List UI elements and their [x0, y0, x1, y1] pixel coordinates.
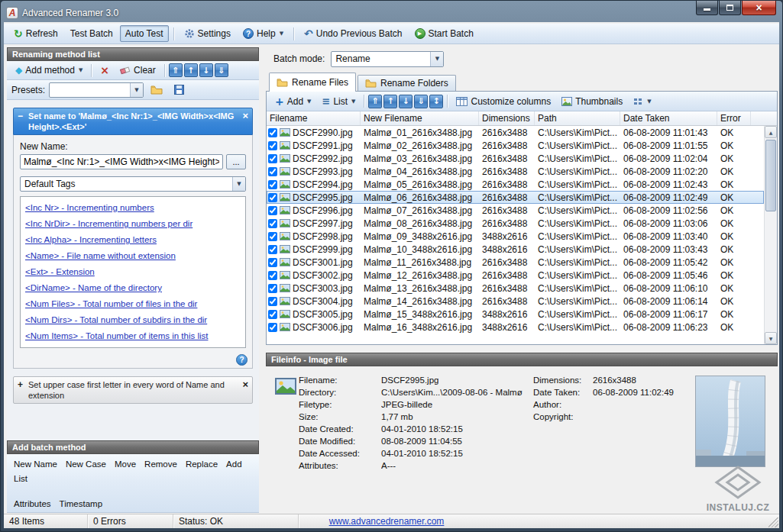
tag-link[interactable]: <Inc Alpha> - Incrementing letters [25, 232, 241, 248]
title-bar[interactable]: A Advanced Renamer 3.0 [6, 5, 691, 21]
tag-link[interactable]: <Num Files> - Total number of files in t… [25, 296, 241, 312]
row-checkbox[interactable] [268, 258, 277, 267]
row-checkbox[interactable] [268, 167, 277, 176]
save-preset-button[interactable] [170, 82, 188, 98]
website-link[interactable]: www.advancedrenamer.com [329, 516, 445, 527]
row-checkbox[interactable] [268, 193, 277, 202]
vertical-scrollbar[interactable]: ▲ ▼ [764, 126, 777, 344]
row-checkbox[interactable] [268, 180, 277, 189]
move-method-bottom-button[interactable]: ⇓ [215, 63, 228, 77]
customize-columns-button[interactable]: Customize columns [451, 93, 556, 110]
tag-link[interactable]: <Num Items> - Total number of items in t… [25, 328, 241, 344]
tag-link[interactable]: <Num Dirs> - Total number of subdirs in … [25, 312, 241, 328]
table-row[interactable]: DSCF3003.jpg Malmø_13_2616x3488.jpg 2616… [267, 282, 764, 295]
add-batch-method-button[interactable]: New Case [65, 458, 107, 470]
tab-rename-files[interactable]: Rename Files [269, 73, 356, 92]
move-method-top-button[interactable]: ⇑ [169, 63, 183, 77]
method-header[interactable]: + Set upper case first letter in every w… [13, 376, 253, 404]
row-checkbox[interactable] [268, 271, 277, 280]
tab-rename-folders[interactable]: Rename Folders [358, 75, 456, 91]
tag-link[interactable]: <Inc NrDir> - Incrementing numbers per d… [25, 216, 241, 232]
table-row[interactable]: DSCF3001.jpg Malmø_11_2616x3488.jpg 2616… [267, 256, 764, 269]
refresh-button[interactable]: ↻ Refresh [8, 25, 63, 42]
row-checkbox[interactable] [268, 219, 277, 228]
resize-grip[interactable] [768, 517, 778, 527]
tag-link[interactable]: <Inc Nr> - Incrementing numbers [25, 200, 241, 216]
remove-method-button[interactable]: × [95, 62, 115, 79]
collapse-icon[interactable]: − [18, 111, 28, 132]
scroll-down-button[interactable]: ▼ [765, 332, 777, 344]
table-row[interactable]: DSCF3004.jpg Malmø_14_2616x3488.jpg 2616… [267, 295, 764, 308]
list-button[interactable]: ≡ List ▼ [316, 93, 361, 110]
table-row[interactable]: DSCF3005.jpg Malmø_15_3488x2616.jpg 3488… [267, 308, 764, 321]
table-row[interactable]: DSCF2996.jpg Malmø_07_2616x3488.jpg 2616… [267, 204, 764, 217]
row-checkbox[interactable] [268, 154, 277, 163]
thumbnails-button[interactable]: Thumbnails [556, 93, 628, 110]
row-checkbox[interactable] [268, 128, 277, 137]
table-row[interactable]: DSCF2993.jpg Malmø_04_2616x3488.jpg 2616… [267, 165, 764, 178]
scrollbar-thumb[interactable] [765, 140, 776, 211]
tag-category-dropdown[interactable]: Default Tags ▼ [20, 176, 246, 192]
method-header[interactable]: − Set name to 'Malmø_<Inc Nr:1>_<IMG Wid… [13, 108, 253, 135]
column-header-date-taken[interactable]: Date Taken [620, 111, 717, 125]
tag-link[interactable]: <Name> - File name without extension [25, 248, 241, 264]
table-row[interactable]: DSCF2991.jpg Malmø_02_2616x3488.jpg 2616… [267, 139, 764, 152]
move-method-down-button[interactable]: ↓ [199, 63, 213, 77]
browse-button[interactable]: ... [226, 154, 246, 169]
row-checkbox[interactable] [268, 310, 277, 319]
undo-previous-batch-button[interactable]: ↶ Undo Previous Batch [299, 25, 407, 42]
clear-methods-button[interactable]: Clear [115, 62, 161, 79]
close-method-icon[interactable]: × [238, 111, 248, 132]
expand-icon[interactable]: + [18, 379, 28, 401]
table-row[interactable]: DSCF2990.jpg Malmø_01_2616x3488.jpg 2616… [267, 126, 764, 139]
move-file-down-button[interactable]: ↓ [399, 95, 413, 108]
batch-mode-dropdown[interactable]: Rename ▼ [331, 51, 444, 67]
method-help-icon[interactable]: ? [236, 354, 248, 366]
column-header-path[interactable]: Path [535, 111, 620, 125]
add-method-button[interactable]: ◆ Add method ▼ [10, 62, 88, 79]
table-row[interactable]: DSCF2999.jpg Malmø_10_3488x2616.jpg 3488… [267, 243, 764, 256]
move-file-bottom-button[interactable]: ⇓ [414, 95, 428, 108]
close-method-icon[interactable]: × [238, 379, 248, 401]
view-options-button[interactable]: ▼ [628, 94, 656, 109]
add-files-button[interactable]: + Add ▼ [270, 93, 316, 110]
table-row[interactable]: DSCF2997.jpg Malmø_08_2616x3488.jpg 2616… [267, 217, 764, 230]
scroll-up-button[interactable]: ▲ [765, 126, 777, 138]
test-batch-button[interactable]: Test Batch [65, 25, 118, 42]
table-row[interactable]: DSCF2998.jpg Malmø_09_3488x2616.jpg 3488… [267, 230, 764, 243]
minimize-button[interactable] [696, 1, 718, 15]
tag-link[interactable]: <DirName> - Name of the directory [25, 280, 241, 296]
start-batch-button[interactable]: ▶ Start Batch [409, 25, 479, 42]
column-header-filename[interactable]: Filename [267, 111, 361, 125]
column-header-new-filename[interactable]: New Filename [361, 111, 479, 125]
reorder-files-button[interactable]: ↕ [429, 95, 443, 108]
table-row[interactable]: DSCF3006.jpg Malmø_16_3488x2616.jpg 3488… [267, 321, 764, 334]
table-row[interactable]: DSCF2992.jpg Malmø_03_2616x3488.jpg 2616… [267, 152, 764, 165]
move-file-up-button[interactable]: ↑ [383, 95, 397, 108]
row-checkbox[interactable] [268, 297, 277, 306]
row-checkbox[interactable] [268, 284, 277, 293]
open-preset-button[interactable] [147, 82, 166, 98]
table-row[interactable]: DSCF3002.jpg Malmø_12_2616x3488.jpg 2616… [267, 269, 764, 282]
settings-button[interactable]: Settings [179, 25, 236, 42]
auto-test-button[interactable]: Auto Test [120, 25, 169, 42]
tag-link[interactable]: <Ext> - Extension [25, 264, 241, 280]
help-button[interactable]: ? Help ▼ [238, 25, 289, 42]
presets-dropdown[interactable]: ▼ [49, 82, 144, 98]
row-checkbox[interactable] [268, 206, 277, 215]
move-method-up-button[interactable]: ↑ [184, 63, 198, 77]
maximize-button[interactable] [719, 1, 741, 15]
table-row[interactable]: DSCF2994.jpg Malmø_05_2616x3488.jpg 2616… [267, 178, 764, 191]
add-batch-method-button[interactable]: Attributes [13, 498, 52, 510]
add-batch-method-button[interactable]: List [13, 472, 28, 485]
row-checkbox[interactable] [268, 232, 277, 241]
add-batch-method-button[interactable]: Replace [185, 458, 218, 470]
table-row[interactable]: DSCF2995.jpg Malmø_06_2616x3488.jpg 2616… [267, 191, 764, 204]
close-button[interactable]: × [742, 1, 776, 15]
new-name-input[interactable] [20, 154, 223, 169]
row-checkbox[interactable] [268, 245, 277, 254]
row-checkbox[interactable] [268, 323, 277, 332]
column-header-error[interactable]: Error [717, 111, 751, 125]
add-batch-method-button[interactable]: New Name [13, 458, 58, 470]
add-batch-method-button[interactable]: Move [114, 458, 137, 470]
